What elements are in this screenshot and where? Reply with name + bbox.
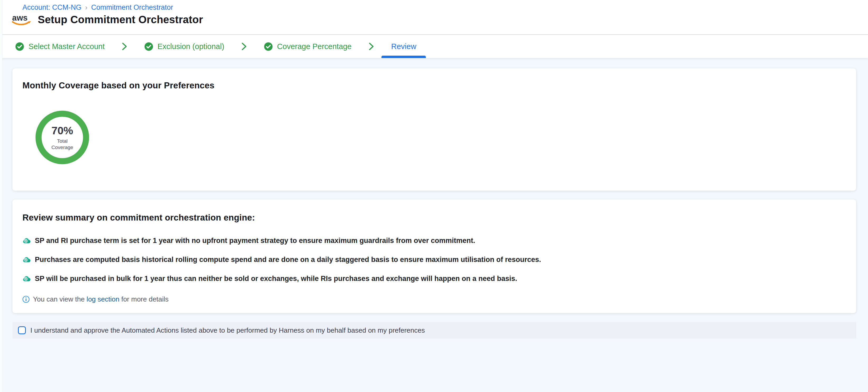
step-exclusion[interactable]: Exclusion (optional) [145, 35, 224, 58]
info-text-suffix: for more details [121, 295, 168, 303]
svg-text:$: $ [25, 239, 27, 242]
info-text-prefix: You can view the [33, 295, 85, 303]
coverage-card-title: Monthly Coverage based on your Preferenc… [23, 80, 856, 91]
step-label: Select Master Account [29, 42, 105, 51]
log-info-line: You can view the log section for more de… [23, 295, 856, 303]
cloud-dollar-icon: $ [23, 237, 31, 245]
summary-bullet-list: $ SP and RI purchase term is set for 1 y… [23, 237, 856, 283]
summary-card-title: Review summary on commitment orchestrati… [23, 213, 856, 223]
aws-logo-icon: aws [11, 13, 31, 26]
donut-value: 70% [52, 125, 73, 137]
step-label: Exclusion (optional) [158, 42, 224, 51]
cloud-dollar-icon: $ [23, 274, 31, 283]
step-label: Coverage Percentage [277, 42, 352, 51]
chevron-right-icon [368, 42, 375, 51]
approval-label: I understand and approve the Automated A… [30, 326, 425, 334]
check-circle-icon [15, 42, 24, 51]
monthly-coverage-card: Monthly Coverage based on your Preferenc… [12, 68, 856, 191]
bullet-text: Purchases are computed basis historical … [35, 256, 541, 264]
approval-row: I understand and approve the Automated A… [12, 322, 856, 339]
list-item: $ SP will be purchased in bulk for 1 yea… [23, 274, 856, 283]
breadcrumb-account-link[interactable]: Account: CCM-NG [23, 3, 82, 11]
breadcrumb-page-link[interactable]: Commitment Orchestrator [91, 3, 173, 11]
step-label: Review [391, 42, 416, 51]
cloud-dollar-icon: $ [23, 256, 31, 264]
bullet-text: SP and RI purchase term is set for 1 yea… [35, 237, 475, 245]
step-review[interactable]: Review [391, 35, 416, 58]
breadcrumb: Account: CCM-NG › Commitment Orchestrato… [0, 3, 868, 11]
svg-text:aws: aws [12, 13, 28, 23]
list-item: $ Purchases are computed basis historica… [23, 256, 856, 264]
info-icon [23, 296, 30, 303]
left-edge-strip [0, 0, 2, 392]
step-select-master-account[interactable]: Select Master Account [15, 35, 105, 58]
page-header: Account: CCM-NG › Commitment Orchestrato… [0, 0, 868, 35]
breadcrumb-separator-icon: › [85, 4, 88, 11]
svg-text:$: $ [25, 277, 27, 281]
review-summary-card: Review summary on commitment orchestrati… [12, 199, 856, 313]
list-item: $ SP and RI purchase term is set for 1 y… [23, 237, 856, 245]
main-content: Monthly Coverage based on your Preferenc… [0, 58, 868, 339]
svg-text:$: $ [25, 259, 27, 261]
active-tab-underline [381, 56, 426, 58]
chevron-right-icon [121, 42, 128, 51]
approval-checkbox[interactable] [18, 326, 26, 334]
page-title: Setup Commitment Orchestrator [38, 14, 203, 26]
donut-label: Total Coverage [52, 138, 73, 151]
log-section-link[interactable]: log section [87, 295, 119, 303]
bullet-text: SP will be purchased in bulk for 1 year … [35, 274, 517, 283]
step-coverage-percentage[interactable]: Coverage Percentage [264, 35, 352, 58]
check-circle-icon [145, 42, 153, 51]
chevron-right-icon [241, 42, 248, 51]
check-circle-icon [264, 42, 273, 51]
setup-stepper: Select Master Account Exclusion (optiona… [0, 35, 868, 58]
coverage-donut-chart: 70% Total Coverage [35, 110, 89, 164]
